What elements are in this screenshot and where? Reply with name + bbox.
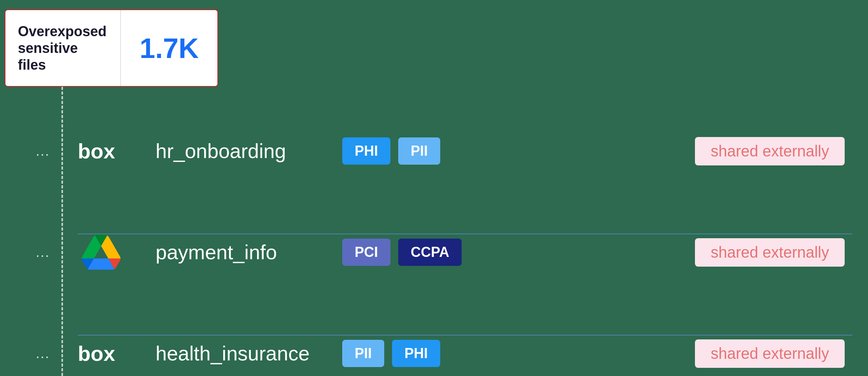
summary-card-label: Overexposed sensitive files	[5, 10, 121, 86]
row-connector-1: ...	[23, 143, 62, 159]
gdrive-logo-2	[70, 235, 132, 270]
file-rows-container: ... box hr_onboarding PHI PII shared ext…	[0, 87, 868, 376]
tags-3: PII PHI	[342, 340, 672, 367]
svg-text:box: box	[78, 141, 115, 161]
filename-3: health_insurance	[156, 342, 319, 365]
box-logo-3: box	[70, 344, 132, 363]
summary-card-value: 1.7K	[121, 10, 217, 86]
status-badge-1: shared externally	[695, 137, 845, 165]
box-logo-svg-3: box	[78, 344, 124, 363]
gdrive-logo-svg	[82, 235, 121, 270]
tag-pci-2: PCI	[342, 239, 390, 266]
svg-text:box: box	[78, 344, 115, 363]
tag-phi-1: PHI	[342, 137, 390, 165]
status-badge-3: shared externally	[695, 339, 845, 368]
tag-ccpa-2: CCPA	[398, 239, 462, 266]
file-row-1[interactable]: ... box hr_onboarding PHI PII shared ext…	[0, 118, 868, 184]
file-row-3[interactable]: ... box health_insurance PII PHI shared …	[0, 320, 868, 376]
row-connector-3: ...	[23, 345, 62, 362]
box-logo-svg-1: box	[78, 141, 124, 161]
status-badge-2: shared externally	[695, 238, 845, 267]
file-row-2[interactable]: ... payment_info PCI CCPA shared externa…	[0, 219, 868, 285]
box-logo-1: box	[70, 141, 132, 161]
tag-phi-3: PHI	[392, 340, 440, 367]
tag-pii-3: PII	[342, 340, 384, 367]
row-connector-2: ...	[23, 244, 62, 260]
summary-card[interactable]: Overexposed sensitive files 1.7K	[5, 9, 218, 87]
filename-2: payment_info	[156, 241, 319, 264]
tags-1: PHI PII	[342, 137, 672, 165]
filename-1: hr_onboarding	[156, 139, 319, 163]
tags-2: PCI CCPA	[342, 239, 672, 266]
tag-pii-1: PII	[398, 137, 440, 165]
